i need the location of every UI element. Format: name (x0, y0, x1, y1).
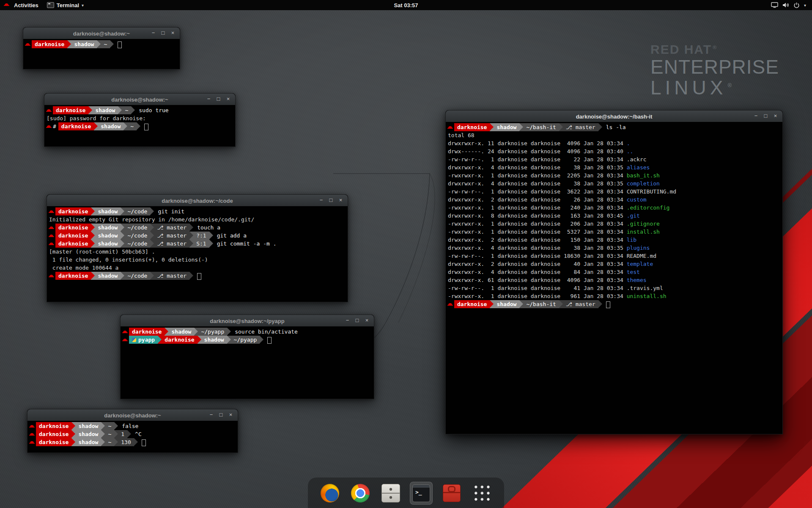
prompt-segment-user: darknoise (58, 122, 94, 130)
toolbox-icon (443, 484, 461, 502)
firefox-launcher[interactable] (319, 482, 341, 504)
prompt-segment-host: shadow (494, 300, 519, 308)
terminal-output-line: -rwxrwxr-x. 1 darknoise darknoise 5327 J… (448, 228, 780, 236)
powerline-arrow (519, 300, 523, 308)
maximize-button[interactable]: □ (217, 411, 225, 420)
terminal-output-line: drwx------. 24 darknoise darknoise 4096 … (448, 147, 780, 155)
terminal-content[interactable]: darknoiseshadow~/bash-it⎇ masterls -lato… (445, 122, 783, 434)
terminal-output-line: drwxrwxr-x. 61 darknoise darknoise 4096 … (448, 276, 780, 284)
executable-name: bash_it.sh (627, 172, 660, 179)
terminal-content[interactable]: darknoiseshadow~/pyappsource bin/activat… (120, 326, 374, 399)
command-text: ^C (135, 431, 142, 437)
terminal-icon: >_ (412, 484, 430, 502)
terminal-output-line: [sudo] password for darknoise: (47, 114, 233, 122)
terminal-window: darknoise@shadow:~−□×darknoiseshadow~ (23, 27, 180, 69)
powerline-arrow (121, 272, 124, 280)
redhat-prompt-icon (49, 232, 55, 240)
maximize-button[interactable]: □ (761, 112, 770, 121)
output-text: 1 file changed, 0 insertions(+), 0 delet… (49, 257, 208, 263)
output-text: -rwxrwxr-x. 1 darknoise darknoise 206 Ja… (448, 221, 627, 227)
window-titlebar[interactable]: darknoise@shadow:~/pyapp−□× (120, 315, 374, 327)
minimize-button[interactable]: − (204, 95, 213, 104)
close-button[interactable]: × (226, 411, 235, 420)
command-text: source bin/activate (235, 329, 298, 335)
prompt-segment-path: ~ (122, 106, 131, 114)
prompt-segment-host: shadow (95, 232, 121, 240)
prompt-segment-path: ~ (105, 438, 114, 446)
window-titlebar[interactable]: darknoise@shadow:~/code−□× (47, 194, 348, 207)
top-bar: Activities Terminal ▾ Sat 03:57 ▾ (0, 0, 812, 10)
toolbox-launcher[interactable] (441, 482, 463, 504)
powerline-arrow (94, 122, 98, 130)
close-button[interactable]: × (168, 29, 177, 38)
command-text: git add a (217, 232, 247, 239)
command-text: ls -la (606, 124, 626, 130)
app-grid-launcher[interactable] (471, 482, 493, 504)
minimize-button[interactable]: − (317, 196, 326, 205)
window-titlebar[interactable]: darknoise@shadow:~/bash-it−□× (445, 110, 783, 123)
chevron-down-icon: ▾ (804, 3, 806, 8)
activities-button[interactable]: Activities (0, 0, 43, 10)
prompt-segment-user: darknoise (454, 300, 490, 308)
terminal-output-line: drwxrwxr-x. 2 darknoise darknoise 150 Ja… (448, 236, 780, 244)
terminal-content[interactable]: darknoiseshadow~sudo true[sudo] password… (44, 105, 236, 147)
close-button[interactable]: × (224, 95, 233, 104)
powerline-arrow (198, 336, 201, 344)
close-button[interactable]: × (336, 196, 345, 205)
prompt-segment-path: ~/bash-it (523, 300, 559, 308)
prompt-segment-status: ?:1 (193, 232, 209, 240)
maximize-button[interactable]: □ (159, 29, 167, 38)
terminal-prompt-line: darknoiseshadow~ (25, 40, 178, 48)
close-button[interactable]: × (771, 112, 780, 121)
terminal-output-line: 1 file changed, 0 insertions(+), 0 delet… (49, 256, 346, 264)
clock[interactable]: Sat 03:57 (394, 2, 418, 8)
window-titlebar[interactable]: darknoise@shadow:~−□× (44, 93, 236, 106)
powerline-arrow (97, 40, 101, 48)
maximize-button[interactable]: □ (326, 196, 335, 205)
terminal-launcher[interactable]: >_ (410, 482, 432, 504)
prompt-segment-host: shadow (75, 430, 101, 438)
system-status-area[interactable]: ▾ (765, 0, 812, 10)
app-menu-terminal[interactable]: Terminal ▾ (43, 0, 88, 10)
terminal-content[interactable]: darknoiseshadow~ (23, 39, 180, 69)
command-text: git init (158, 208, 184, 215)
files-launcher[interactable] (380, 482, 402, 504)
powerline-arrow (114, 430, 118, 438)
terminal-prompt-line: #darknoiseshadow~ (47, 122, 233, 130)
powerline-arrow (559, 300, 563, 308)
prompt-segment-host: shadow (92, 106, 118, 114)
output-text: -rw-rw-r--. 1 darknoise darknoise 18630 … (448, 253, 627, 259)
minimize-button[interactable]: − (149, 29, 158, 38)
app-menu-label: Terminal (57, 2, 79, 8)
powerline-arrow (189, 272, 193, 280)
output-text: README.md (627, 253, 656, 259)
maximize-button[interactable]: □ (214, 95, 223, 104)
terminal-window: darknoise@shadow:~/bash-it−□×darknoisesh… (445, 110, 783, 434)
prompt-segment-branch: ⎇ master (154, 272, 189, 280)
prompt-segment-user: darknoise (55, 272, 91, 280)
activities-label: Activities (14, 2, 38, 8)
terminal-prompt-line: darknoiseshadow~/bash-it⎇ master (448, 300, 780, 308)
terminal-window: darknoise@shadow:~/pyapp−□×darknoiseshad… (120, 315, 374, 399)
close-button[interactable]: × (362, 316, 371, 325)
window-titlebar[interactable]: darknoise@shadow:~−□× (23, 27, 180, 40)
prompt-segment-user: darknoise (162, 336, 197, 344)
powerline-arrow (127, 430, 131, 438)
minimize-button[interactable]: − (207, 411, 216, 420)
output-text: drwxrwxr-x. 2 darknoise darknoise 26 Jan… (448, 196, 627, 203)
prompt-segment-path: ~/code (124, 240, 150, 248)
terminal-output-line: -rwxrwxr-x. 1 darknoise darknoise 961 Ja… (448, 292, 780, 300)
terminal-output-line: total 68 (448, 131, 780, 139)
maximize-button[interactable]: □ (353, 316, 362, 325)
window-titlebar[interactable]: darknoise@shadow:~−□× (27, 409, 238, 422)
terminal-content[interactable]: darknoiseshadow~falsedarknoiseshadow~1^C… (27, 421, 238, 453)
terminal-cursor (267, 337, 272, 344)
powerline-arrow (101, 438, 105, 446)
terminal-content[interactable]: darknoiseshadow~/codegit initInitialized… (47, 206, 348, 302)
prompt-segment-user: darknoise (55, 232, 91, 240)
minimize-button[interactable]: − (752, 112, 760, 121)
chrome-launcher[interactable] (349, 482, 371, 504)
minimize-button[interactable]: − (343, 316, 352, 325)
redhat-prompt-icon (123, 336, 129, 344)
prompt-segment-branch: ⎇ master (154, 232, 189, 240)
